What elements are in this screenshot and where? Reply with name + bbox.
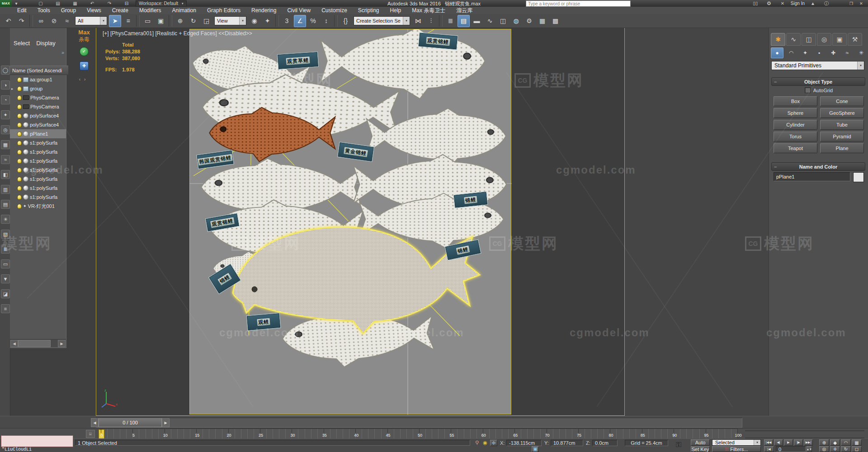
layer-manager-button[interactable]: ≣ xyxy=(444,15,457,27)
zoom-extents-button[interactable]: ◆ xyxy=(830,439,840,446)
av-shield-icon[interactable]: ✚ xyxy=(80,61,89,71)
pan-view-button[interactable]: ✛ xyxy=(830,446,840,452)
explorer-row-s1-polysurfa[interactable]: s1:polySurfa xyxy=(10,184,66,193)
explorer-row-aa-group1[interactable]: aa:group1 xyxy=(10,75,66,84)
pyramid-button[interactable]: Pyramid xyxy=(820,132,864,141)
search-input[interactable]: Type a keyword or phrase xyxy=(526,0,631,7)
explorer-menu-display[interactable]: Display xyxy=(36,40,56,47)
reference-coordinate-system-dropdown[interactable]: View▾ xyxy=(214,16,246,25)
select-object-button[interactable]: ➤ xyxy=(109,15,121,27)
display-cameras-icon[interactable]: ◎ xyxy=(1,125,10,134)
fish-top-right[interactable] xyxy=(321,29,485,99)
window-crossing-toggle-button[interactable]: ▣ xyxy=(155,15,167,27)
torus-button[interactable]: Torus xyxy=(774,132,817,141)
list-view-icon[interactable]: ≣ xyxy=(1,245,10,254)
utilities-tab[interactable]: ⚒ xyxy=(848,33,862,46)
explorer-row-s1-polysurfa[interactable]: s1:polySurfa xyxy=(10,165,66,174)
time-slider-prev-button[interactable]: ◀ xyxy=(91,418,99,427)
hscroll-right-button[interactable]: ▶ xyxy=(58,340,66,347)
display-geometry-icon[interactable]: ◑ xyxy=(1,80,10,89)
time-slider-next-button[interactable]: ▶ xyxy=(162,418,170,427)
explorer-row-group[interactable]: ▸group xyxy=(10,84,66,93)
menu-animation[interactable]: Animation xyxy=(172,7,196,14)
toggle-scene-explorer-button[interactable]: ▤ xyxy=(458,15,470,27)
name-and-color-rollout[interactable]: − Name and Color xyxy=(771,162,865,171)
use-pivot-point-center-button[interactable]: ◉ xyxy=(248,15,260,27)
visibility-bulb-icon[interactable] xyxy=(17,132,22,137)
helpers-category[interactable]: ✚ xyxy=(827,47,840,58)
selection-set-key-dropdown[interactable]: Selected▾ xyxy=(712,439,761,446)
explorer-row-s1-polysurfa[interactable]: s1:polySurfa xyxy=(10,174,66,184)
select-and-move-button[interactable]: ⊕ xyxy=(174,15,186,27)
expand-arrow-icon[interactable]: ▸ xyxy=(11,87,13,91)
visibility-bulb-icon[interactable] xyxy=(17,186,22,191)
menu-graph-editors[interactable]: Graph Editors xyxy=(207,7,241,14)
explorer-row-vr-灯光001[interactable]: ✦VR-灯光001 xyxy=(10,202,66,211)
visibility-bulb-icon[interactable] xyxy=(17,168,22,173)
explorer-name-column-header[interactable]: Name (Sorted Ascendi xyxy=(10,66,68,75)
percent-snap-toggle-button[interactable]: % xyxy=(307,15,319,27)
menu-rendering[interactable]: Rendering xyxy=(251,7,276,14)
menu-溜云库[interactable]: 溜云库 xyxy=(456,7,472,14)
visibility-bulb-icon[interactable] xyxy=(17,195,22,200)
display-frozen-icon[interactable]: ▧ xyxy=(1,230,10,239)
adaptive-degradation-icon[interactable]: ▣ xyxy=(532,446,539,452)
undo-button[interactable]: ↶ xyxy=(2,15,14,27)
modify-tab[interactable]: ∿ xyxy=(786,33,801,46)
schematic-view-button[interactable]: ◫ xyxy=(497,15,509,27)
zoom-button[interactable]: ⊕ xyxy=(819,439,829,446)
arc-rotate-button[interactable]: ↻ xyxy=(841,446,851,452)
display-all-icon[interactable]: ◯ xyxy=(1,66,10,75)
explorer-row-s1-polysurfa[interactable]: s1:polySurfa xyxy=(10,138,66,147)
time-slider-track[interactable] xyxy=(96,418,742,428)
primitive-category-dropdown[interactable]: Standard Primitives ▾ xyxy=(771,61,864,70)
x-coord-field[interactable]: -138.115cm xyxy=(506,440,542,446)
explorer-overflow-chevron[interactable]: » xyxy=(61,50,64,55)
render-production-button[interactable]: ▩ xyxy=(549,15,561,27)
filter-save-icon[interactable]: ◪ xyxy=(1,289,10,298)
align-button[interactable]: ⫶ xyxy=(425,15,437,27)
select-by-name-button[interactable]: ≡ xyxy=(122,15,134,27)
filter-icon[interactable]: ▼ xyxy=(1,274,10,283)
info-center-icon[interactable]: ⓘ xyxy=(822,0,831,6)
set-key-button[interactable]: Set Key xyxy=(691,446,710,452)
previous-frame-button[interactable]: ◀| xyxy=(774,439,783,446)
favorites-icon[interactable]: ✪ xyxy=(764,0,774,6)
redo-small-icon[interactable]: ↷ xyxy=(105,0,114,6)
space-warps-category[interactable]: ≈ xyxy=(841,47,854,58)
explorer-row-polysurface4[interactable]: polySurface4 xyxy=(10,111,66,120)
menu-civil-view[interactable]: Civil View xyxy=(287,7,311,14)
explorer-row-s1-polysurfa[interactable]: s1:polySurfa xyxy=(10,156,66,165)
display-lights-icon[interactable]: ✦ xyxy=(1,110,10,119)
unlink-selection-button[interactable]: ⊘ xyxy=(48,15,60,27)
selection-lock-icon[interactable]: ◉ xyxy=(482,440,488,446)
object-color-swatch[interactable] xyxy=(853,172,864,182)
key-filters-button[interactable]: ⚿ Filters... xyxy=(712,446,761,452)
isolate-selection-icon[interactable]: ⚲ xyxy=(474,440,480,446)
hierarchy-tab[interactable]: ◫ xyxy=(802,33,816,46)
visibility-bulb-icon[interactable] xyxy=(17,77,22,82)
restore-window-button[interactable]: ❐ xyxy=(846,0,856,6)
workspace-dropdown[interactable]: Workspace: Default ▾ xyxy=(136,0,187,7)
visibility-bulb-icon[interactable] xyxy=(17,86,22,91)
display-groups-icon[interactable]: ◧ xyxy=(1,170,10,179)
av-scan-icon[interactable]: ✓ xyxy=(80,47,89,56)
menu-create[interactable]: Create xyxy=(112,7,128,14)
shapes-category[interactable]: ◠ xyxy=(785,47,797,58)
new-scene-icon[interactable]: ▢ xyxy=(36,0,45,6)
render-setup-button[interactable]: ⚙ xyxy=(523,15,535,27)
set-key-icon[interactable]: ⚿ xyxy=(673,440,684,450)
project-folder-icon[interactable]: ⊟ xyxy=(122,0,131,6)
display-spacewarps-icon[interactable]: ≈ xyxy=(1,155,10,164)
y-coord-field[interactable]: 10.877cm xyxy=(551,440,583,446)
explorer-row-pplane1[interactable]: pPlane1 xyxy=(10,129,66,138)
visibility-bulb-icon[interactable] xyxy=(17,95,22,100)
explorer-row-s1-polysurfa[interactable]: s1:polySurfa xyxy=(10,147,66,156)
mini-curve-editor-button[interactable]: ⌸ xyxy=(86,430,95,438)
maxscript-mini-listener[interactable] xyxy=(1,435,73,447)
communication-center-icon[interactable]: ▯▯ xyxy=(751,0,760,6)
edit-named-selection-sets-button[interactable]: {} xyxy=(340,15,352,27)
z-coord-field[interactable]: 0.0cm xyxy=(592,440,618,446)
cylinder-button[interactable]: Cylinder xyxy=(774,120,817,130)
named-selection-sets-dropdown[interactable]: Create Selection Se▾ xyxy=(354,16,410,25)
